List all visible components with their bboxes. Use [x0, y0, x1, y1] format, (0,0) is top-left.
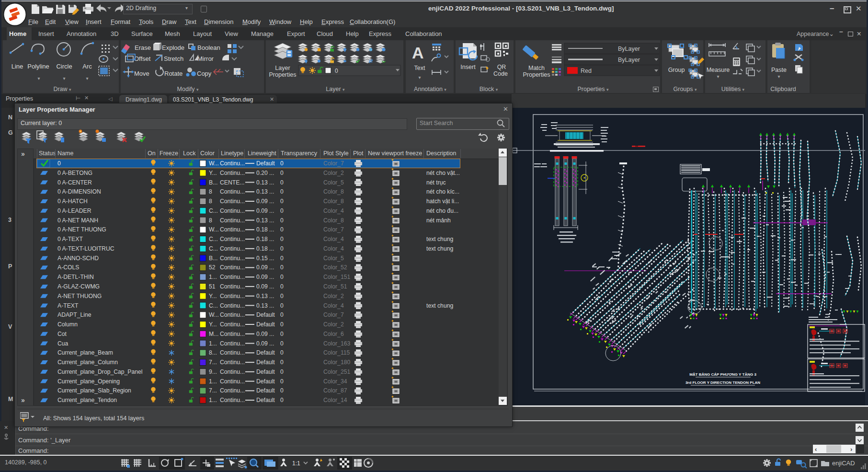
svg-text:enjiCAD: enjiCAD [832, 460, 855, 467]
svg-text:1:1: 1:1 [292, 460, 300, 467]
svg-text:3rd FLOOR Y DIRECTION TENDON P: 3rd FLOOR Y DIRECTION TENDON PLAN [685, 380, 760, 385]
svg-text:Red: Red [581, 68, 592, 74]
svg-text:MẶT BẰNG CÁP PHƯƠNG Y TẦNG 3: MẶT BẰNG CÁP PHƯƠNG Y TẦNG 3 [689, 372, 756, 377]
svg-text:0: 0 [335, 68, 338, 74]
svg-text:A: A [412, 44, 424, 62]
svg-text:ByLayer: ByLayer [618, 46, 640, 52]
svg-text:ByLayer: ByLayer [618, 57, 640, 63]
